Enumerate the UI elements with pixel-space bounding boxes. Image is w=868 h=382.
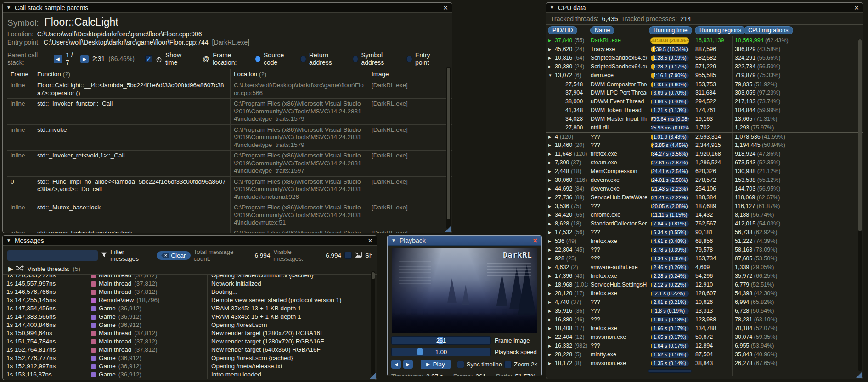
cpu-table-row[interactable]: ▶ 27,736 (88) ServiceHub.DataWarehouse 2… [546,193,863,202]
cpu-table-row[interactable]: 41,348 DWM Token Thread 1.21 s (0.13%) 1… [546,106,863,115]
message-row[interactable]: 1s 147,383,566ns Game (36,912) VRAM 43x4… [3,313,370,321]
radio-icon[interactable] [300,56,306,62]
cpu-table-row[interactable]: 27,548 DWM Compositor Thread 1:03.5 (6.6… [546,80,863,89]
source-location[interactable]: C:\Program Files (x86)\Microsoft Visual … [231,151,368,176]
pid-cell[interactable]: 34,028 [546,115,588,124]
expand-arrow-icon[interactable]: ▶ [548,185,553,193]
expand-arrow-icon[interactable]: ▶ [548,272,553,281]
pid-cell[interactable]: ▶ 10,816 (64) [546,54,588,62]
col-header-pid-tid[interactable]: PID/TID [548,26,577,34]
resize-grip[interactable] [856,372,862,378]
cpu-table-row[interactable]: ▶ 3,536 (75) ??? 20.05 s (2.08%) 187,689… [546,202,863,211]
pid-cell[interactable]: ▶ 3,536 (75) [546,202,588,211]
pid-cell[interactable]: ▶ 16,332 (982) [546,342,588,350]
expand-arrow-icon[interactable]: ▶ [548,281,553,289]
message-row[interactable]: 1s 147,255,145ns RemoteView (18,796) Rem… [3,296,370,304]
pid-cell[interactable]: ▶ 18,408 (17) [546,324,588,333]
close-icon[interactable]: ✕ [532,237,538,244]
cpu-table-row[interactable]: ▶ 11,648 (120) firefox.exe 34.27 s (3.56… [546,150,863,158]
cpu-table-row[interactable]: ▶ 30,060 (116) devenv.exe 24.01 s (2.50%… [546,176,863,185]
col-header-function[interactable]: Function (?) [34,69,231,80]
expand-arrow-icon[interactable]: ▶ [548,254,553,263]
expand-arrow-icon[interactable]: ▶ [548,211,553,219]
col-header-location[interactable]: Location (?) [231,69,368,80]
scrollbar-handle[interactable] [372,272,375,279]
message-row[interactable]: 1s 152,912,997ns Game (36,912) Opening /… [3,362,370,371]
pid-cell[interactable]: ▶ 18,460 (20) [546,141,588,150]
source-location[interactable]: C:\Program Files (x86)\Microsoft Visual … [231,99,368,124]
pid-cell[interactable]: ▶ 928 (25) [546,254,588,263]
collapse-arrow-icon[interactable]: ▼ [6,5,11,10]
source-location[interactable]: C:\Program Files (x86)\Microsoft Visual … [231,228,368,233]
cpu-table-row[interactable]: ▶ 16,880 (46) ??? 1.69 s (0.18%) 123,988… [546,315,863,324]
pid-cell[interactable]: ▼ 13,072 (6) [546,71,588,80]
pid-cell[interactable]: ▶ 20,120 (17) [546,289,588,298]
message-row[interactable]: 1s 151,754,784ns Main thread (37,812) Ne… [3,337,370,346]
expand-arrow-icon[interactable]: ▶ [548,150,553,158]
pid-cell[interactable]: ▶ 28,228 (5) [546,350,588,359]
pid-cell[interactable]: ▶ 16,880 (46) [546,315,588,324]
source-location[interactable]: C:\Program Files (x86)\Microsoft Visual … [231,177,368,202]
col-header-image[interactable]: Image [368,69,452,80]
prev-callstack-button[interactable]: ◀ [54,55,62,63]
pid-cell[interactable]: ▶ 30,060 (116) [546,176,588,185]
expand-arrow-icon[interactable]: ▶ [8,265,13,272]
cpu-table-row[interactable]: ▶ 17,532 (56) ??? 5.34 s (0.55%) 90,181 … [546,228,863,237]
pid-cell[interactable]: ▶ 22,804 (45) [546,246,588,254]
radio-icon[interactable] [406,56,412,62]
collapse-arrow-icon[interactable]: ▼ [6,238,11,243]
expand-arrow-icon[interactable]: ▶ [548,246,553,254]
expand-arrow-icon[interactable]: ▶ [548,228,553,237]
radio-symbol-address[interactable]: Symbol address [353,51,400,66]
cpu-table-row[interactable]: ▶ 4 (120) ??? 1:01.9 (6.43%) 2,593,314 1… [546,132,863,141]
function-name[interactable]: std::invoke [34,125,231,151]
resize-grip[interactable] [370,373,376,379]
source-location[interactable]: C:\Program Files (x86)\Microsoft Visual … [231,125,368,151]
pid-cell[interactable]: 38,000 [546,97,588,106]
close-icon[interactable]: ✕ [854,4,859,11]
expand-arrow-icon[interactable]: ▶ [548,54,553,62]
expand-arrow-icon[interactable]: ▶ [548,324,553,333]
resize-grip[interactable] [445,226,451,232]
message-row[interactable]: 1s 153,116,37ns Game (36,912) Intro menu… [3,371,370,379]
pid-cell[interactable]: ▶ 22,404 (12) [546,333,588,342]
sync-timeline-checkbox[interactable] [457,361,464,368]
expand-arrow-icon[interactable]: ▶ [548,202,553,211]
cpu-table-row[interactable]: 34,028 DWM Master Input Thread 799.64 ms… [546,115,863,124]
pid-cell[interactable]: 37,904 [546,89,588,97]
pid-cell[interactable]: ▶ 17,396 (43) [546,272,588,281]
pid-cell[interactable]: ▶ 4,740 (37) [546,298,588,307]
callstack-table-row[interactable]: inline Floor::CalcLight::__l4::<lambda_5… [7,80,452,99]
pid-cell[interactable]: ▶ 44,692 (84) [546,185,588,193]
cpu-table-row[interactable]: ▶ 20,120 (17) firefox.exe 2.1 s (0.22%) … [546,289,863,298]
pid-cell[interactable]: ▶ 4 (120) [546,133,588,141]
cpu-table-row[interactable]: ▶ 18,172 (8) msvsmon.exe 1.35 s (0.14%) … [546,359,863,368]
cpu-table-row[interactable]: ▶ 536 (49) firefox.exe 4.61 s (0.48%) 68… [546,237,863,246]
radio-source-code[interactable]: Source code [255,51,294,66]
cpu-table-row[interactable]: ▶ 18,408 (17) firefox.exe 1.66 s (0.17%)… [546,324,863,333]
pid-cell[interactable]: 41,348 [546,106,588,115]
pid-cell[interactable]: ▶ 17,532 (56) [546,228,588,237]
close-icon[interactable]: ✕ [367,237,373,244]
function-name[interactable]: std::_Func_impl_no_alloc<<lambda_5bc224f… [34,177,231,202]
show-images-checkbox[interactable] [344,252,352,259]
pid-cell[interactable]: ▶ 7,300 (37) [546,158,588,167]
message-row[interactable]: 1s 146,576,766ns Main thread (37,812) Bo… [3,288,370,296]
cpu-table-row[interactable]: ▶ 928 (25) ??? 3.34 s (0.35%) 163,734 87… [546,254,863,263]
cpu-table-row[interactable]: ▶ 22,804 (45) ??? 3.78 s (0.39%) 79,578 … [546,246,863,254]
pid-cell[interactable]: ▶ 8,628 (18) [546,219,588,228]
pid-cell[interactable]: ▶ 18,968 (1,018) [546,281,588,289]
expand-arrow-icon[interactable]: ▶ [548,333,553,342]
cpu-table-row[interactable]: ▶ 10,816 (64) ScriptedSandbox64.exe 1:28… [546,54,863,62]
pid-cell[interactable]: ▶ 27,736 (88) [546,193,588,202]
next-frame-button[interactable]: ▶ [403,360,413,369]
expand-arrow-icon[interactable]: ▶ [548,263,553,272]
pid-cell[interactable]: 27,800 [546,124,588,132]
pid-cell[interactable]: 27,548 [546,80,588,89]
cpu-table-row[interactable]: ▶ 44,692 (84) devenv.exe 21.43 s (2.23%)… [546,185,863,193]
cpu-table-row[interactable]: ▶ 4,632 (2) vmware-authd.exe 2.46 s (0.2… [546,263,863,272]
pid-cell[interactable]: ▶ 35,916 (36) [546,307,588,315]
cpu-table-row[interactable]: 38,000 uDWM Event Thread 3.86 s (0.40%) … [546,97,863,106]
expand-arrow-icon[interactable]: ▶ [548,193,553,202]
expand-arrow-icon[interactable]: ▶ [548,141,553,150]
